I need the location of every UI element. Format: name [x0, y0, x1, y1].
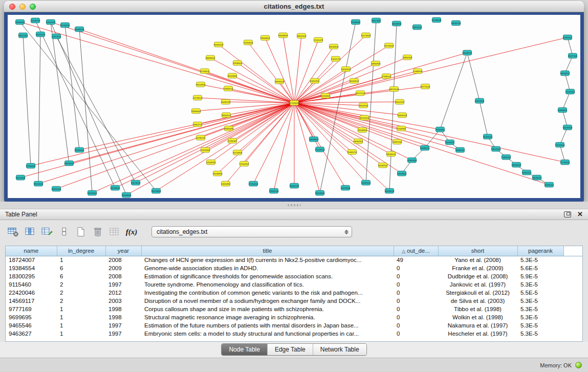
graph-node[interactable]: 16209014	[111, 185, 120, 190]
table-cell[interactable]: Nakamura et al. (1997)	[438, 321, 517, 330]
graph-node[interactable]: 16093114	[361, 180, 371, 185]
graph-node[interactable]: 14534504	[309, 137, 319, 142]
graph-node[interactable]: 14534911	[221, 181, 231, 186]
graph-node[interactable]: 19565004	[15, 19, 25, 25]
graph-node[interactable]: 19734403	[384, 43, 394, 48]
graph-node[interactable]: 18575105	[389, 86, 399, 92]
tab-network-table[interactable]: Network Table	[313, 344, 366, 355]
graph-node[interactable]: 12201712	[331, 56, 341, 61]
column-header-out-de[interactable]: △out_de...	[394, 246, 438, 256]
table-cell[interactable]: 2	[57, 297, 105, 305]
table-cell[interactable]: 0	[394, 272, 438, 280]
graph-node[interactable]: 10744704	[60, 23, 70, 28]
graph-node[interactable]: 19777147	[356, 91, 365, 96]
graph-node[interactable]: 16646904	[392, 21, 402, 26]
table-cell[interactable]: Tibbo et al. (1998)	[438, 305, 517, 313]
table-cell[interactable]: 0	[394, 264, 438, 272]
graph-node[interactable]: 20020801	[228, 73, 237, 78]
table-cell[interactable]: 9463627	[6, 330, 57, 338]
table-cell[interactable]: 5.3E-5	[517, 305, 563, 313]
table-cell[interactable]: 0	[394, 313, 438, 321]
table-cell[interactable]: 18724007	[6, 256, 57, 264]
table-cell[interactable]: 1	[57, 313, 105, 321]
graph-node[interactable]: 25260504	[75, 147, 84, 152]
graph-node[interactable]: 16162512	[350, 78, 359, 83]
graph-node[interactable]: 13904114	[502, 155, 511, 160]
table-row[interactable]: 1456911722003Disruption of a novel membe…	[6, 297, 582, 305]
table-cell[interactable]: Corpus callosum shape and size in male p…	[141, 305, 394, 313]
minimize-window-button[interactable]	[19, 4, 26, 10]
graph-node[interactable]: 22044907	[358, 127, 367, 133]
network-canvas[interactable]: 1724005816055262188392021275451419014904…	[8, 15, 580, 198]
graph-node[interactable]: 9938314	[456, 147, 465, 152]
graph-node[interactable]: 19021304	[18, 33, 28, 38]
graph-node[interactable]: 18300202	[275, 79, 285, 84]
graph-node[interactable]: 22604814	[260, 35, 270, 40]
graph-node[interactable]: 16107427	[395, 99, 405, 104]
table-cell[interactable]: 5.3E-5	[517, 321, 563, 330]
table-settings-button[interactable]	[7, 226, 19, 238]
table-cell[interactable]: Dudbridge et al. (2008)	[438, 272, 517, 280]
table-row[interactable]: 2242004622012Investigating the contribut…	[6, 289, 582, 297]
graph-node[interactable]: 10790731	[196, 135, 206, 140]
graph-node[interactable]: 16114014	[46, 19, 56, 25]
table-cell[interactable]: 5.6E-5	[517, 264, 563, 272]
graph-node[interactable]: 15456702	[221, 99, 231, 104]
graph-node[interactable]: 16649910	[278, 33, 288, 38]
graph-node[interactable]: 12260504	[244, 40, 253, 45]
graph-node[interactable]: 12940601	[233, 60, 243, 65]
graph-node[interactable]: 18839202	[206, 55, 215, 60]
graph-node[interactable]: 10944914	[122, 192, 132, 198]
table-cell[interactable]: Hescheler et al. (1997)	[438, 330, 517, 338]
table-cell[interactable]: 5.5E-5	[517, 289, 563, 297]
table-cell[interactable]: Estimation of significance thresholds fo…	[141, 272, 394, 280]
network-graph[interactable]: 1724005816055262188392021275451419014904…	[8, 15, 580, 198]
column-header-pagerank[interactable]: pagerank	[517, 246, 563, 256]
graph-node[interactable]: 17710534	[560, 160, 570, 165]
column-header-in-degree[interactable]: in_degree	[57, 246, 105, 256]
graph-node[interactable]: 12416504	[341, 185, 351, 190]
table-cell[interactable]: Estimation of the future numbers of pati…	[141, 321, 394, 330]
graph-node[interactable]: 12257014	[52, 34, 61, 39]
graph-node[interactable]: 19015014	[34, 181, 43, 186]
table-row[interactable]: 1872400712008Changes of HCN gene express…	[6, 256, 582, 264]
graph-node[interactable]: 10963304	[407, 158, 417, 163]
table-edit-button[interactable]	[41, 226, 53, 238]
table-row[interactable]: 1830029562008Estimation of significance …	[6, 272, 582, 280]
graph-node[interactable]: 11250441	[228, 138, 237, 143]
table-cell[interactable]: 0	[394, 321, 438, 330]
graph-node[interactable]: 15465714	[347, 149, 357, 155]
graph-node[interactable]: 19554013	[64, 161, 74, 166]
graph-node[interactable]: 16648704	[463, 50, 472, 55]
import-table-button[interactable]	[108, 226, 121, 238]
table-cell[interactable]: 5.3E-5	[517, 297, 563, 305]
table-rows-button[interactable]	[58, 226, 70, 238]
graph-node[interactable]: 15144504	[315, 147, 325, 152]
table-cell[interactable]: 2003	[105, 297, 141, 305]
table-cell[interactable]: 5.3E-5	[517, 330, 563, 338]
table-cell[interactable]: Genome-wide association studies in ADHD.	[141, 264, 394, 272]
table-cell[interactable]: 2	[57, 280, 105, 289]
table-cell[interactable]: 6	[57, 264, 105, 272]
table-cell[interactable]: 19384554	[6, 264, 57, 272]
table-columns-button[interactable]	[24, 226, 36, 238]
graph-node[interactable]: 12904704	[269, 188, 279, 193]
table-cell[interactable]: 1998	[105, 313, 141, 321]
table-cell[interactable]: Wolkin et al. (1998)	[438, 313, 517, 321]
table-cell[interactable]: 5.9E-5	[517, 272, 563, 280]
graph-node[interactable]: 19245014	[532, 175, 542, 180]
table-cell[interactable]: de Silva et al. (2003)	[438, 297, 517, 305]
graph-node[interactable]: 11544901	[397, 126, 406, 131]
table-cell[interactable]: 9115460	[6, 280, 57, 289]
table-cell[interactable]: 1	[57, 321, 105, 330]
graph-node[interactable]: 17504312	[239, 161, 249, 166]
graph-node[interactable]: 17254414	[249, 181, 258, 186]
graph-node[interactable]: 12754514	[200, 69, 210, 74]
tab-node-table[interactable]: Node Table	[222, 344, 267, 355]
graph-node[interactable]: 16304704	[290, 183, 299, 188]
table-cell[interactable]: 49	[394, 256, 438, 264]
panel-splitter[interactable]	[0, 202, 588, 209]
graph-node[interactable]: 19254804	[315, 190, 325, 195]
table-row[interactable]: 977716911998Corpus callosum shape and si…	[6, 305, 582, 313]
graph-node[interactable]: 14957504	[393, 139, 402, 144]
